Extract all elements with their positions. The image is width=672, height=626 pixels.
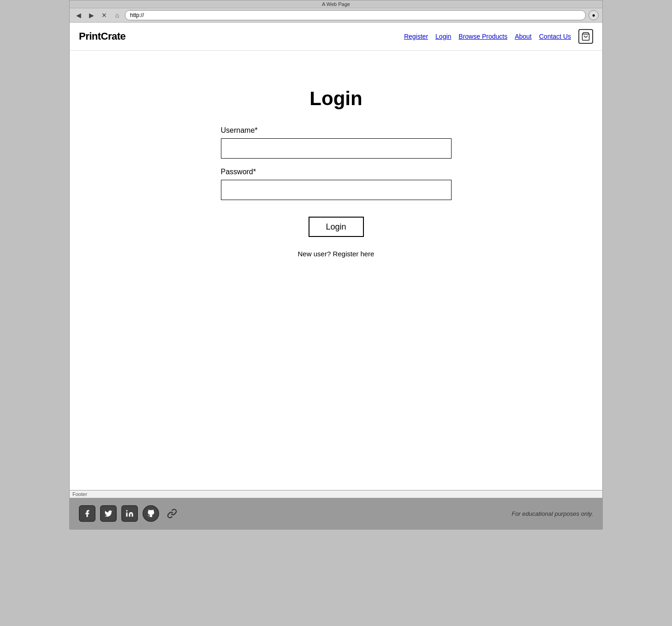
social-icons	[79, 505, 180, 522]
nav-about[interactable]: About	[515, 33, 532, 40]
nav-contact-us[interactable]: Contact Us	[539, 33, 571, 40]
browser-chrome: A Web Page ◀ ▶ ✕ ⌂ ●	[69, 0, 603, 23]
svg-rect-1	[126, 513, 128, 517]
username-input[interactable]	[221, 138, 452, 159]
register-text[interactable]: New user? Register here	[298, 250, 375, 258]
main-content: Login Username* Password* Login New user…	[70, 51, 602, 490]
browser-title-bar: A Web Page	[70, 0, 602, 8]
linkedin-icon[interactable]	[121, 505, 138, 522]
browser-toolbar: ◀ ▶ ✕ ⌂ ●	[70, 8, 602, 23]
login-button[interactable]: Login	[309, 217, 364, 237]
github-icon[interactable]	[143, 505, 159, 522]
linkedin-svg	[125, 509, 134, 518]
cart-icon	[581, 32, 590, 41]
nav-browse-products[interactable]: Browse Products	[458, 33, 507, 40]
footer-label: Footer	[70, 490, 602, 498]
twitter-icon[interactable]	[100, 505, 117, 522]
nav-register[interactable]: Register	[404, 33, 428, 40]
search-button[interactable]: ●	[589, 10, 599, 20]
password-label: Password*	[221, 168, 452, 176]
github-svg	[147, 509, 155, 518]
close-button[interactable]: ✕	[99, 10, 109, 20]
register-link-text: New user? Register here	[298, 250, 375, 258]
site-nav: Register Login Browse Products About Con…	[404, 29, 593, 44]
forward-button[interactable]: ▶	[86, 10, 96, 20]
footer-legal: For educational purposes only.	[511, 510, 593, 517]
login-form-container: Login Username* Password* Login New user…	[221, 88, 452, 258]
chain-svg	[167, 508, 177, 519]
username-label: Username*	[221, 126, 452, 135]
site-header: PrintCrate Register Login Browse Product…	[70, 23, 602, 51]
password-group: Password*	[221, 168, 452, 200]
website-container: PrintCrate Register Login Browse Product…	[69, 23, 603, 530]
twitter-svg	[104, 509, 113, 518]
link-icon[interactable]	[164, 505, 180, 522]
home-button[interactable]: ⌂	[112, 10, 122, 20]
address-bar[interactable]	[125, 10, 586, 20]
facebook-svg	[83, 509, 91, 518]
login-title: Login	[309, 88, 362, 110]
back-button[interactable]: ◀	[73, 10, 83, 20]
nav-login[interactable]: Login	[435, 33, 451, 40]
site-footer: For educational purposes only.	[70, 498, 602, 529]
svg-point-2	[126, 510, 128, 512]
facebook-icon[interactable]	[79, 505, 95, 522]
page-title: A Web Page	[322, 1, 350, 7]
cart-button[interactable]	[578, 29, 593, 44]
username-group: Username*	[221, 126, 452, 159]
password-input[interactable]	[221, 180, 452, 200]
site-logo[interactable]: PrintCrate	[79, 30, 125, 42]
